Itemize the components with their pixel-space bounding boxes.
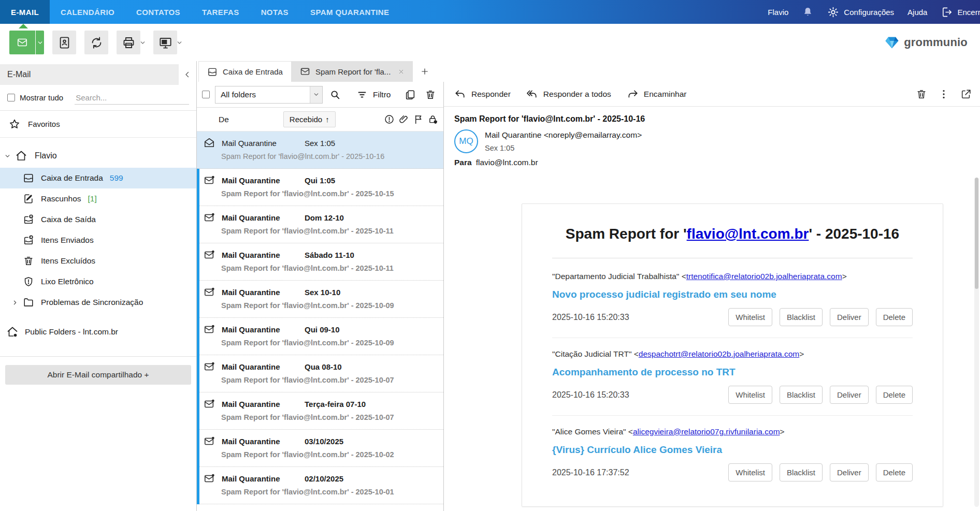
blacklist-button[interactable]: Blacklist	[780, 308, 823, 326]
sent-icon	[23, 235, 34, 246]
reply-all-button[interactable]: Responder a todos	[526, 88, 611, 100]
attachment-icon[interactable]	[398, 114, 409, 125]
sidebar-item-junk[interactable]: Lixo Eletrônico	[0, 271, 196, 292]
sidebar-collapse-button[interactable]	[179, 70, 196, 79]
mail-item-date: Sábado 11-10	[305, 251, 354, 259]
delete-button[interactable]	[425, 89, 436, 100]
nav-item-tasks[interactable]: TAREFAS	[191, 0, 250, 24]
account-name: Flavio	[35, 151, 57, 160]
chevron-left-icon	[183, 70, 192, 79]
mail-list-item[interactable]: Mail QuarantineSábado 11-10 Spam Report …	[197, 243, 443, 281]
select-dropdown[interactable]	[310, 86, 322, 103]
folder-filter-select[interactable]: All folders	[215, 86, 323, 104]
mail-open-icon	[204, 137, 215, 149]
sidebar-item-deleted[interactable]: Itens Excluídos	[0, 251, 196, 271]
reply-button[interactable]: Responder	[454, 88, 511, 100]
new-tab-button[interactable]	[416, 61, 434, 82]
sidebar-item-public-folders[interactable]: Public Folders - lnt.com.br	[0, 320, 196, 344]
notifications-button[interactable]	[802, 6, 814, 18]
nav-item-spam-quarantine[interactable]: SPAM QUARANTINE	[299, 0, 400, 24]
nav-item-email[interactable]: E-MAIL	[0, 0, 50, 24]
select-all-checkbox[interactable]	[202, 91, 210, 98]
sender-avatar: MQ	[454, 129, 478, 153]
mail-list-item[interactable]: Mail QuarantineQua 08-10 Spam Report for…	[197, 355, 443, 392]
mail-item-subject: Spam Report for 'flavio@lnt.com.br' - 20…	[221, 450, 437, 459]
reader-scrollbar[interactable]	[974, 178, 979, 507]
trash-icon[interactable]	[916, 89, 927, 100]
nav-item-notes[interactable]: NOTAS	[250, 0, 299, 24]
deliver-button[interactable]: Deliver	[830, 386, 869, 404]
folder-sidebar: E-Mail Mostrar tudo Favoritos Flavio Cai…	[0, 61, 197, 511]
mail-item-date: Qui 09-10	[305, 325, 340, 334]
spam-sender-email-link[interactable]: alicegvieira@relatorio07g.rivfunilaria.c…	[633, 427, 780, 436]
sidebar-item-drafts[interactable]: Rascunhos [1]	[0, 188, 196, 209]
expand-chevron[interactable]	[11, 299, 18, 306]
mail-item-date: Terça-feira 07-10	[305, 400, 366, 408]
help-button[interactable]: Ajuda	[907, 8, 927, 17]
filter-button[interactable]: Filtro	[356, 89, 391, 100]
delete-button[interactable]: Delete	[876, 463, 913, 481]
report-address-link[interactable]: flavio@lnt.com.br	[687, 226, 809, 242]
tab-close-button[interactable]	[398, 68, 405, 75]
delete-button[interactable]: Delete	[876, 308, 913, 326]
mail-list-item[interactable]: Mail QuarantineTerça-feira 07-10 Spam Re…	[197, 392, 443, 430]
logout-button[interactable]: Encerrar	[941, 6, 980, 18]
sidebar-item-inbox[interactable]: Caixa de Entrada 599	[0, 168, 196, 188]
top-nav-right: Flavio Configurações Ajuda Encerrar	[768, 0, 980, 24]
favorites-section[interactable]: Favoritos	[0, 111, 196, 138]
tab-inbox[interactable]: Caixa de Entrada	[198, 61, 292, 82]
open-shared-mail-button[interactable]: Abrir E-Mail compartilhado +	[5, 365, 191, 385]
spam-sender-email-link[interactable]: trtenotifica@relatorio02b.joalheriaprata…	[686, 272, 842, 281]
mail-list-item[interactable]: Mail QuarantineDom 12-10 Spam Report for…	[197, 206, 443, 243]
new-mail-button[interactable]	[9, 31, 35, 54]
mail-list-item[interactable]: Mail QuarantineQui 1:05 Spam Report for …	[197, 169, 443, 206]
sidebar-item-sent[interactable]: Itens Enviados	[0, 230, 196, 251]
mail-list-item[interactable]: Mail QuarantineSex 1:05 Spam Report for …	[197, 132, 443, 169]
nav-item-calendar[interactable]: CALENDÁRIO	[50, 0, 125, 24]
scrollbar-thumb[interactable]	[975, 178, 978, 289]
sort-received-button[interactable]: Recebido↑	[283, 111, 336, 127]
new-mail-dropdown[interactable]	[35, 31, 44, 54]
tab-spam-report[interactable]: Spam Report for 'fla...	[292, 61, 413, 82]
whitelist-button[interactable]: Whitelist	[728, 463, 772, 481]
sidebar-item-sync-issues[interactable]: Problemas de Sincronização	[0, 292, 196, 313]
settings-button[interactable]: Configurações	[827, 6, 894, 18]
mail-list-item[interactable]: Mail Quarantine03/10/2025 Spam Report fo…	[197, 430, 443, 467]
sidebar-item-outbox[interactable]: Caixa de Saída	[0, 209, 196, 230]
deliver-button[interactable]: Deliver	[830, 463, 869, 481]
show-all-checkbox[interactable]	[7, 94, 15, 101]
view-dropdown[interactable]	[176, 39, 183, 46]
search-button[interactable]	[329, 89, 341, 100]
message-date: Sex 1:05	[485, 144, 642, 152]
more-options-icon[interactable]	[938, 89, 949, 100]
mail-list-item[interactable]: Mail QuarantineQui 09-10 Spam Report for…	[197, 318, 443, 355]
nav-item-contacts[interactable]: CONTATOS	[125, 0, 191, 24]
blacklist-button[interactable]: Blacklist	[780, 463, 823, 481]
addressbook-button[interactable]	[52, 31, 76, 54]
forward-button[interactable]: Encaminhar	[627, 88, 687, 100]
mail-item-subject: Spam Report for 'flavio@lnt.com.br' - 20…	[221, 488, 437, 496]
spam-sender-email-link[interactable]: despachotrt@relatorio02b.joalheriaprata.…	[639, 349, 799, 358]
view-button[interactable]	[153, 31, 177, 54]
deliver-button[interactable]: Deliver	[830, 308, 869, 326]
whitelist-button[interactable]: Whitelist	[728, 308, 772, 326]
flag-icon[interactable]	[413, 114, 424, 125]
mail-unread-icon	[204, 174, 215, 186]
print-button[interactable]	[117, 31, 140, 54]
mail-list-item[interactable]: Mail Quarantine02/10/2025 Spam Report fo…	[197, 467, 443, 504]
chevron-right-icon	[11, 299, 18, 306]
lock-shield-icon[interactable]	[427, 114, 438, 125]
whitelist-button[interactable]: Whitelist	[728, 386, 772, 404]
folder-search-input[interactable]	[75, 91, 189, 105]
refresh-button[interactable]	[84, 31, 108, 54]
print-dropdown[interactable]	[139, 39, 146, 46]
inbox-icon	[207, 67, 218, 77]
importance-icon[interactable]	[384, 114, 395, 125]
copy-button[interactable]	[405, 89, 416, 100]
blacklist-button[interactable]: Blacklist	[780, 386, 823, 404]
spam-entry: "Departamento Judicial Trabalhista" <trt…	[552, 260, 913, 338]
delete-button[interactable]: Delete	[876, 386, 913, 404]
account-root[interactable]: Flavio	[0, 144, 196, 168]
mail-list-item[interactable]: Mail QuarantineSex 10-10 Spam Report for…	[197, 281, 443, 318]
open-in-new-icon[interactable]	[960, 89, 972, 100]
